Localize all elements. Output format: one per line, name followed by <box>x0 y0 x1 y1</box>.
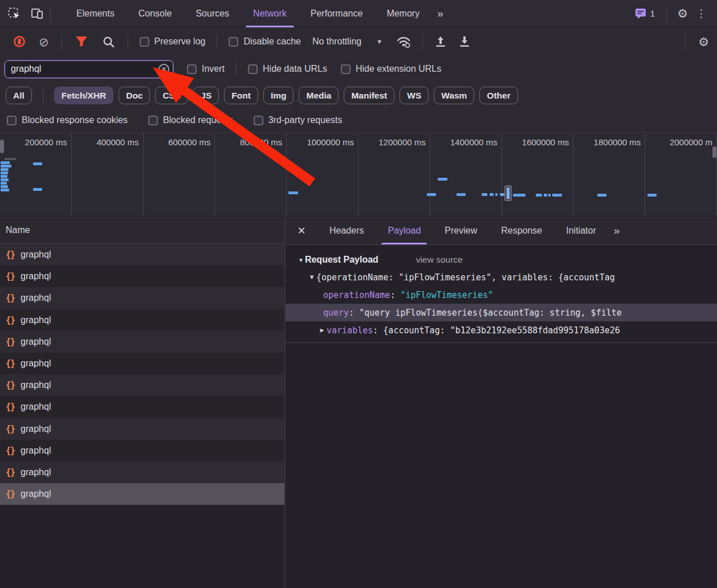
request-timing-mark <box>490 193 494 196</box>
checkbox-box[interactable] <box>341 64 351 74</box>
more-tabs-icon[interactable]: » <box>431 7 448 20</box>
request-row[interactable]: {}graphql <box>0 244 284 266</box>
hide-data-urls-checkbox[interactable]: Hide data URLs <box>248 64 327 74</box>
detail-tab-headers[interactable]: Headers <box>317 217 376 244</box>
chip-img[interactable]: Img <box>263 87 294 104</box>
checkbox-box[interactable] <box>148 116 158 125</box>
devtools-window: ElementsConsoleSourcesNetworkPerformance… <box>0 0 717 588</box>
chip-all[interactable]: All <box>6 87 32 104</box>
record-network-log-icon[interactable] <box>14 36 25 47</box>
chip-media[interactable]: Media <box>299 87 339 104</box>
settings-gear-icon[interactable]: ⚙ <box>677 7 688 19</box>
request-timing-mark <box>495 193 498 196</box>
tab-console[interactable]: Console <box>127 0 184 27</box>
chip-fetch-xhr[interactable]: Fetch/XHR <box>54 87 113 104</box>
detail-tab-payload[interactable]: Payload <box>376 217 433 244</box>
throttling-select[interactable]: No throttling ▼ <box>312 36 382 47</box>
export-har-icon[interactable] <box>458 35 471 48</box>
customize-menu-icon[interactable]: ⋮ <box>692 7 710 20</box>
chip-manifest[interactable]: Manifest <box>344 87 394 104</box>
filter-funnel-icon[interactable] <box>75 36 88 47</box>
more-detail-tabs-icon[interactable]: » <box>608 217 625 244</box>
clear-network-log-icon[interactable]: ⊘ <box>39 36 49 48</box>
divider <box>217 34 217 49</box>
payload-tree-row[interactable]: operationName: "ipFlowTimeseries" <box>286 286 717 304</box>
chip-doc[interactable]: Doc <box>119 87 150 104</box>
code-segment: "query ipFlowTimeseries($accountTag: str… <box>359 308 622 318</box>
chip-js[interactable]: JS <box>193 87 219 104</box>
checkbox-box[interactable] <box>229 37 238 47</box>
payload-tree-row[interactable]: query: "query ipFlowTimeseries($accountT… <box>286 304 717 321</box>
chip-other[interactable]: Other <box>479 87 518 104</box>
view-source-link[interactable]: view source <box>416 255 463 265</box>
network-overview-timeline[interactable]: 200000 ms400000 ms600000 ms800000 ms1000… <box>0 133 717 217</box>
fetch-xhr-icon: {} <box>6 250 15 260</box>
tab-network[interactable]: Network <box>241 0 299 27</box>
blocked-requests-checkbox[interactable]: Blocked requests <box>148 115 233 125</box>
request-row[interactable]: {}graphql <box>0 287 284 309</box>
request-row[interactable]: {}graphql <box>0 396 284 418</box>
checkbox-box[interactable] <box>254 116 263 125</box>
hide-extension-urls-checkbox[interactable]: Hide extension URLs <box>341 64 441 74</box>
chip-ws[interactable]: WS <box>400 87 429 104</box>
divider <box>236 62 237 76</box>
payload-divider <box>286 342 717 343</box>
request-name: graphql <box>21 424 51 434</box>
request-row[interactable]: {}graphql <box>0 266 284 287</box>
fetch-xhr-icon: {} <box>6 446 15 456</box>
chip-css[interactable]: CSS <box>155 87 188 104</box>
request-row[interactable]: {}graphql <box>0 418 284 440</box>
checkbox-box[interactable] <box>248 64 258 74</box>
3rd-party-requests-checkbox[interactable]: 3rd-party requests <box>254 115 343 125</box>
network-settings-gear-icon[interactable]: ⚙ <box>698 36 709 48</box>
chip-wasm[interactable]: Wasm <box>434 87 474 104</box>
request-row[interactable]: {}graphql <box>0 440 284 462</box>
collapse-triangle-icon[interactable]: ▼ <box>307 273 316 281</box>
import-har-icon[interactable] <box>434 35 447 48</box>
inspect-element-icon[interactable] <box>7 6 22 21</box>
invert-checkbox[interactable]: Invert <box>187 64 225 74</box>
expand-triangle-icon[interactable]: ▶ <box>317 326 327 334</box>
issues-icon[interactable]: 1 <box>635 8 656 19</box>
detail-tab-preview[interactable]: Preview <box>433 217 489 244</box>
detail-tab-response[interactable]: Response <box>489 217 554 244</box>
request-name: graphql <box>21 271 51 281</box>
name-column-header[interactable]: Name <box>0 217 284 244</box>
tab-performance[interactable]: Performance <box>299 0 375 27</box>
panel-tabs: ElementsConsoleSourcesNetworkPerformance… <box>64 0 431 27</box>
checkbox-box[interactable] <box>140 37 149 47</box>
request-row[interactable]: {}graphql <box>0 462 284 483</box>
checkbox-box[interactable] <box>7 116 17 125</box>
payload-tree-row[interactable]: ▶variables: {accountTag: "b12e3b2192ee55… <box>286 321 717 339</box>
fetch-xhr-icon: {} <box>6 358 15 369</box>
timeline-tick: 800000 ms <box>215 133 287 217</box>
request-name: graphql <box>21 446 51 456</box>
preserve-log-checkbox[interactable]: Preserve log <box>140 36 206 47</box>
checkbox-box[interactable] <box>187 64 197 74</box>
tab-elements[interactable]: Elements <box>64 0 127 27</box>
request-timing-mark <box>1 175 7 178</box>
request-row[interactable]: {}graphql <box>0 331 284 353</box>
detail-tab-initiator[interactable]: Initiator <box>554 217 608 244</box>
filter-input[interactable] <box>5 60 173 78</box>
network-conditions-icon[interactable] <box>396 35 411 48</box>
tab-memory[interactable]: Memory <box>374 0 431 27</box>
request-row[interactable]: {}graphql <box>0 374 284 396</box>
request-row[interactable]: {}graphql <box>0 353 284 374</box>
divider <box>128 34 128 49</box>
search-icon[interactable] <box>103 36 115 48</box>
request-row[interactable]: {}graphql <box>0 483 284 505</box>
tab-sources[interactable]: Sources <box>184 0 241 27</box>
request-timing-mark <box>536 194 542 197</box>
chip-font[interactable]: Font <box>224 87 258 104</box>
clear-filter-icon[interactable]: ✕ <box>158 64 169 75</box>
timeline-tick: 1000000 ms <box>287 133 358 217</box>
device-toolbar-icon[interactable] <box>30 6 44 21</box>
payload-tree-row[interactable]: ▼{operationName: "ipFlowTimeseries", var… <box>286 268 717 286</box>
blocked-response-cookies-checkbox[interactable]: Blocked response cookies <box>7 115 128 125</box>
disable-cache-checkbox[interactable]: Disable cache <box>229 36 301 47</box>
request-row[interactable]: {}graphql <box>0 309 284 331</box>
request-timing-mark <box>544 194 547 197</box>
close-detail-icon[interactable]: ✕ <box>286 217 317 244</box>
collapse-triangle-icon[interactable]: ▼ <box>298 257 304 263</box>
